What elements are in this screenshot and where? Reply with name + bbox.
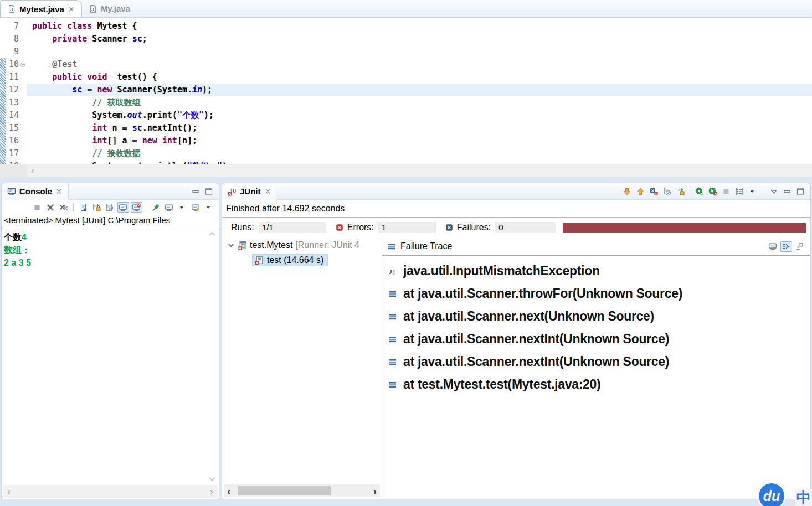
errors-label: Errors:: [347, 223, 374, 233]
fold-collapse-icon[interactable]: [19, 58, 27, 71]
code-token: test() {: [107, 72, 157, 82]
tab-junit[interactable]: JU JUnit: [222, 183, 277, 200]
filter-stack-trace-icon[interactable]: [780, 241, 792, 252]
maximize-icon[interactable]: [795, 186, 806, 197]
scroll-left-icon[interactable]: ‹: [31, 164, 34, 177]
stack-trace-line[interactable]: at java.util.Scanner.nextInt(Unknown Sou…: [382, 328, 810, 350]
suite-label: test.Mytest: [250, 240, 292, 250]
minimize-icon[interactable]: [190, 186, 202, 197]
code-token: [62, 21, 67, 31]
code-token: sc: [132, 123, 142, 133]
stack-trace-line[interactable]: at java.util.Scanner.throwFor(Unknown So…: [382, 282, 810, 305]
compare-result-icon[interactable]: [794, 241, 805, 252]
stack-trace-line[interactable]: at java.util.Scanner.nextInt(Unknown Sou…: [382, 350, 810, 373]
toolbar-separator: [690, 187, 690, 196]
scroll-lock-icon[interactable]: [91, 202, 102, 213]
previous-failure-icon[interactable]: [635, 186, 646, 197]
java-file-icon: J: [7, 4, 16, 13]
baidu-ime-logo[interactable]: du: [757, 482, 786, 506]
show-trace-console-icon[interactable]: [767, 241, 779, 252]
console-vertical-scrollbar[interactable]: [207, 230, 218, 483]
code-line-16[interactable]: 16 int[] a = new int[n];: [0, 135, 812, 147]
test-run-history-icon[interactable]: [734, 186, 746, 197]
show-skipped-tests-icon[interactable]: [661, 186, 673, 197]
junit-view: JU JUnit Finished after 14.692 seconds R…: [222, 183, 811, 499]
code-line-11[interactable]: 11 public void test() {: [0, 71, 812, 84]
tree-item-suite[interactable]: test.Mytest [Runner: JUnit 4: [222, 237, 382, 252]
scroll-left-icon[interactable]: ‹: [7, 486, 11, 498]
display-console-icon[interactable]: [163, 202, 175, 213]
view-menu-icon[interactable]: [768, 186, 780, 197]
code-text: int n = sc.nextInt();: [27, 122, 812, 135]
code-token: out: [127, 110, 142, 120]
junit-test-tree: test.Mytest [Runner: JUnit 4 test (14.66…: [222, 237, 382, 499]
close-icon[interactable]: [264, 188, 271, 195]
fold-slot: [19, 122, 27, 135]
show-stderr-changed-icon[interactable]: [131, 202, 142, 213]
editor-horizontal-scrollbar[interactable]: ‹: [0, 164, 812, 177]
test-case-icon: [255, 256, 264, 265]
code-line-9[interactable]: 9: [0, 45, 812, 58]
stack-frame-icon: [388, 312, 397, 321]
failures-label: Failures:: [457, 223, 491, 233]
chevron-down-icon[interactable]: [227, 241, 235, 250]
terminate-icon[interactable]: [32, 202, 43, 213]
word-wrap-icon[interactable]: [104, 202, 116, 213]
stack-trace-line[interactable]: J!java.util.InputMismatchException: [382, 260, 810, 282]
tree-item-test[interactable]: test (14.664 s): [222, 252, 382, 267]
editor-tab-mytest-java[interactable]: JMytest.java: [0, 0, 82, 17]
stack-trace-line[interactable]: at test.Mytest.test(Mytest.java:20): [382, 373, 810, 396]
close-icon[interactable]: [68, 6, 75, 13]
code-token: [32, 123, 92, 133]
scroll-down-icon[interactable]: [208, 474, 217, 483]
code-line-13[interactable]: 13 // 获取数组: [0, 96, 812, 109]
show-failures-only-icon[interactable]: [648, 186, 660, 197]
rerun-test-icon[interactable]: [694, 186, 706, 197]
stop-icon[interactable]: [721, 186, 732, 197]
code-line-7[interactable]: 7public class Mytest {: [0, 20, 812, 33]
scroll-right-icon[interactable]: ›: [210, 486, 213, 498]
code-line-10[interactable]: 10 @Test: [0, 58, 812, 71]
minimize-icon[interactable]: [782, 186, 793, 197]
scroll-lock-icon[interactable]: [675, 186, 686, 197]
ime-mode-indicator[interactable]: 中: [795, 489, 812, 506]
scrollbar-thumb[interactable]: [238, 486, 331, 495]
remove-launch-icon[interactable]: [45, 202, 56, 213]
scroll-left-icon[interactable]: ‹: [227, 486, 231, 497]
maximize-icon[interactable]: [203, 186, 215, 197]
pin-console-icon[interactable]: [150, 202, 162, 213]
code-line-12[interactable]: 12 sc = new Scanner(System.in);: [0, 84, 812, 96]
show-stdout-changed-icon[interactable]: [117, 202, 129, 213]
junit-counts-bar: Runs: 1/1 Errors: 1 Failures: 0: [222, 218, 810, 237]
code-line-14[interactable]: 14 System.out.print("个数");: [0, 109, 812, 122]
dropdown-arrow-icon[interactable]: [747, 186, 759, 197]
code-text: // 接收数据: [27, 147, 812, 160]
scroll-up-icon[interactable]: [208, 230, 217, 239]
code-line-17[interactable]: 17 // 接收数据: [0, 147, 812, 160]
close-icon[interactable]: [55, 188, 63, 195]
scroll-right-icon[interactable]: ›: [373, 486, 377, 497]
open-console-icon[interactable]: [190, 202, 202, 213]
dropdown-arrow-icon[interactable]: [177, 202, 188, 213]
code-token: void: [87, 72, 107, 82]
code-line-18[interactable]: 18 System.out.println("数组：");: [0, 160, 812, 164]
stack-trace-line[interactable]: at java.util.Scanner.next(Unknown Source…: [382, 305, 810, 328]
code-text: int[] a = new int[n];: [27, 135, 812, 147]
console-horizontal-scrollbar[interactable]: ‹ ›: [3, 485, 218, 498]
code-token: Scanner(System.: [112, 85, 193, 95]
code-token: [32, 97, 92, 107]
remove-all-terminated-icon[interactable]: [58, 202, 70, 213]
code-editor[interactable]: 7public class Mytest {8 private Scanner …: [0, 18, 812, 164]
tab-label: Mytest.java: [19, 4, 64, 14]
clear-console-icon[interactable]: [78, 202, 89, 213]
rerun-failures-first-icon[interactable]: [707, 186, 719, 197]
code-line-8[interactable]: 8 private Scanner sc;: [0, 33, 812, 45]
tab-console[interactable]: Console: [2, 183, 69, 200]
next-failure-icon[interactable]: [621, 186, 633, 197]
tree-horizontal-scrollbar[interactable]: ‹ ›: [224, 484, 380, 497]
line-number: 7: [0, 20, 19, 33]
editor-tab-my-java[interactable]: JMy.java: [82, 0, 137, 17]
dropdown-arrow-icon[interactable]: [203, 202, 215, 213]
fold-slot: [19, 96, 27, 109]
code-line-15[interactable]: 15 int n = sc.nextInt();: [0, 122, 812, 135]
